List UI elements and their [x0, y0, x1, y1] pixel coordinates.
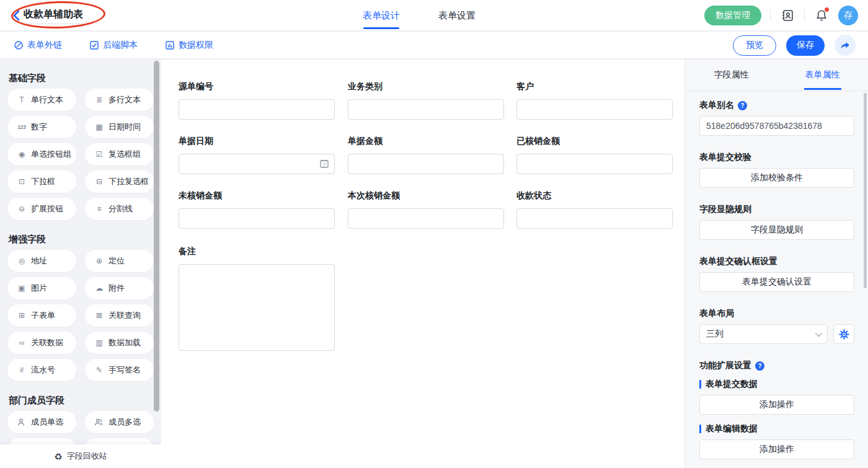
gear-icon — [839, 329, 849, 340]
help-icon[interactable]: ? — [738, 101, 747, 110]
field-label: 附件 — [108, 283, 125, 294]
canvas-field-source-no[interactable]: 源单编号 — [179, 81, 335, 120]
tab-label: 字段属性 — [713, 60, 750, 88]
current-verify-amount-input[interactable] — [348, 208, 504, 229]
tab-form-properties[interactable]: 表单属性 — [777, 60, 868, 91]
field-label: 下拉复选框 — [108, 176, 149, 187]
sidebar-field-data-load[interactable]: ▥数据加载 — [85, 332, 154, 354]
location-icon: ⊕ — [94, 257, 104, 265]
unverified-amount-input[interactable] — [179, 208, 335, 229]
divider — [804, 10, 805, 21]
tab-form-settings[interactable]: 表单设置 — [438, 0, 476, 31]
sidebar-field-select[interactable]: ⊡下拉框 — [7, 170, 76, 193]
business-type-input[interactable] — [348, 99, 504, 120]
sidebar-field-number[interactable]: 123数字 — [7, 116, 76, 138]
label-text: 表单提交数据 — [706, 379, 758, 390]
attachment-icon: ☁ — [94, 285, 104, 292]
sidebar-field-attachment[interactable]: ☁附件 — [85, 277, 154, 299]
help-icon[interactable]: ? — [755, 361, 764, 371]
canvas-field-receipt-status[interactable]: 收款状态 — [516, 190, 673, 229]
share-button[interactable] — [835, 35, 856, 56]
subform-icon: ⊞ — [17, 312, 27, 319]
field-palette-sidebar: 基础字段 T单行文本 ≣多行文本 123数字 ▦日期时间 ◉单选按钮组 ☑复选框… — [0, 60, 161, 468]
submit-data-add-button[interactable]: 添加操作 — [699, 395, 854, 415]
svg-text:7: 7 — [323, 162, 326, 167]
form-alias-label: 表单别名 ? — [699, 100, 854, 111]
bill-date-input[interactable] — [179, 154, 335, 174]
preview-button[interactable]: 预览 — [733, 35, 776, 56]
sidebar-field-serial-number[interactable]: #流水号 — [7, 359, 76, 381]
relation-query-icon: ⊠ — [94, 312, 104, 319]
enhanced-fields-grid: ◎地址 ⊕定位 ▣图片 ☁附件 ⊞子表单 ⊠关联查询 ∞关联数据 ▥数据加载 #… — [0, 250, 161, 381]
tab-field-properties[interactable]: 字段属性 — [686, 60, 777, 91]
sidebar-field-multi-select[interactable]: ⊟下拉复选框 — [85, 170, 154, 193]
field-label: 业务类别 — [348, 81, 504, 92]
sidebar-field-image[interactable]: ▣图片 — [7, 277, 76, 299]
ext-settings-label: 功能扩展设置 ? — [699, 360, 854, 371]
sidebar-field-divider[interactable]: ≡分割线 — [85, 198, 154, 220]
form-alias-input[interactable] — [699, 116, 854, 136]
source-no-input[interactable] — [179, 99, 335, 120]
sidebar-field-address[interactable]: ◎地址 — [7, 250, 76, 272]
sidebar-field-checkbox-group[interactable]: ☑复选框组 — [85, 143, 154, 166]
canvas-field-remark[interactable]: 备注 — [179, 246, 335, 353]
sidebar-field-extend-button[interactable]: ⊖扩展按钮 — [7, 198, 76, 220]
receipt-status-input[interactable] — [516, 208, 673, 229]
submit-check-label: 表单提交校验 — [699, 152, 854, 163]
canvas-field-business-type[interactable]: 业务类别 — [348, 81, 504, 120]
panel-scrollbar[interactable] — [864, 93, 867, 288]
label-text: 表单布局 — [699, 308, 734, 319]
canvas-field-unverified-amount[interactable]: 未核销金额 — [179, 190, 335, 229]
layout-settings-button[interactable] — [833, 324, 854, 344]
field-recycle-bin[interactable]: ♻ 字段回收站 — [0, 444, 161, 468]
sidebar-field-relation-data[interactable]: ∞关联数据 — [7, 332, 76, 354]
data-manage-button[interactable]: 数据管理 — [704, 6, 761, 25]
sidebar-field-datetime[interactable]: ▦日期时间 — [85, 116, 154, 138]
sidebar-field-multi-text[interactable]: ≣多行文本 — [85, 89, 154, 111]
form-canvas[interactable]: 源单编号 业务类别 客户 单据日期 7 单据金额 已核销金额 未核销金额 — [161, 60, 684, 468]
field-visibility-button[interactable]: 字段显隐规则 — [699, 220, 854, 240]
remark-textarea[interactable] — [179, 264, 335, 351]
sidebar-field-subform[interactable]: ⊞子表单 — [7, 304, 76, 327]
sidebar-field-member-multi[interactable]: 成员多选 — [85, 411, 154, 433]
sidebar-field-member-single[interactable]: 成员单选 — [7, 411, 76, 433]
select-icon: ⊡ — [17, 178, 27, 185]
backend-script-link[interactable]: 后端脚本 — [89, 40, 138, 51]
bill-amount-input[interactable] — [348, 154, 504, 174]
user-avatar[interactable]: 存 — [838, 6, 858, 25]
field-label: 收款状态 — [516, 190, 673, 201]
section-basic-fields: 基础字段 — [0, 72, 161, 84]
add-check-condition-button[interactable]: 添加校验条件 — [699, 168, 854, 188]
verified-amount-input[interactable] — [516, 154, 673, 174]
back-chevron-icon — [10, 8, 25, 23]
section-marker — [699, 380, 701, 389]
back-button[interactable] — [10, 8, 25, 23]
sidebar-field-radio-group[interactable]: ◉单选按钮组 — [7, 143, 76, 166]
data-permission-link[interactable]: 数据权限 — [165, 40, 213, 51]
sidebar-field-signature[interactable]: ✎手写签名 — [85, 359, 154, 381]
label-text: 字段显隐规则 — [699, 204, 751, 215]
notification-bell-icon[interactable] — [813, 7, 830, 24]
section-member-fields: 部门成员字段 — [0, 394, 161, 407]
layout-select[interactable]: 三列 — [699, 324, 828, 344]
customer-input[interactable] — [516, 99, 673, 120]
canvas-field-current-verify-amount[interactable]: 本次核销金额 — [348, 190, 504, 229]
sidebar-field-location[interactable]: ⊕定位 — [85, 250, 154, 272]
form-external-link-label: 表单外链 — [27, 40, 62, 51]
edit-data-add-button[interactable]: 添加操作 — [699, 439, 854, 459]
canvas-field-bill-amount[interactable]: 单据金额 — [348, 136, 504, 174]
address-book-icon[interactable] — [779, 7, 795, 24]
sidebar-field-single-text[interactable]: T单行文本 — [7, 89, 76, 111]
canvas-field-customer[interactable]: 客户 — [516, 81, 673, 120]
save-button[interactable]: 保存 — [786, 35, 825, 56]
edit-data-label: 表单编辑数据 — [699, 423, 854, 435]
canvas-field-verified-amount[interactable]: 已核销金额 — [516, 136, 673, 174]
calendar-icon: 7 — [319, 159, 329, 169]
tab-form-design[interactable]: 表单设计 — [363, 0, 400, 31]
submit-confirm-label: 表单提交确认框设置 — [699, 256, 854, 267]
sidebar-field-relation-query[interactable]: ⊠关联查询 — [85, 304, 154, 327]
canvas-field-bill-date[interactable]: 单据日期 7 — [179, 136, 335, 174]
sidebar-scrollbar[interactable] — [154, 61, 159, 412]
submit-confirm-button[interactable]: 表单提交确认设置 — [699, 272, 854, 292]
form-external-link[interactable]: 表单外链 — [14, 40, 62, 51]
